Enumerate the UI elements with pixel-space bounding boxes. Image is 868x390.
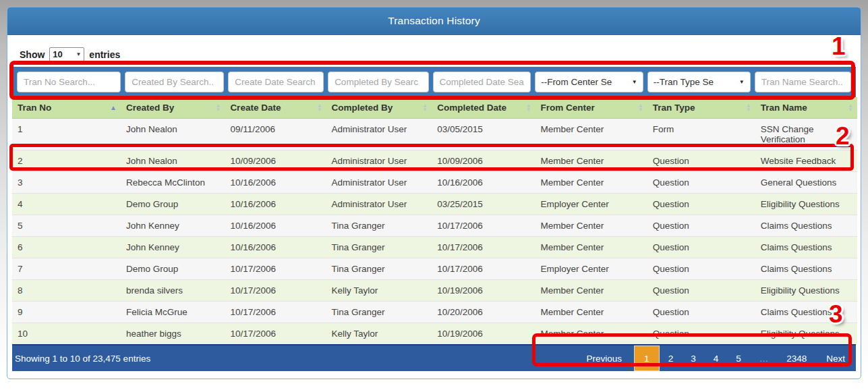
table-row[interactable]: 5John Kenney10/16/2006Tina Granger10/17/… (12, 215, 857, 237)
title-bar: Transaction History (7, 7, 861, 35)
tran-type-select-cell: --Tran Type Se▼ (645, 72, 753, 92)
column-label: Create Date (230, 103, 281, 113)
annotation-number-3: 3 (829, 302, 843, 327)
from-center-select[interactable]: --From Center Se▼ (535, 72, 643, 92)
transaction-table: Tran No▲Created By▲▼Create Date▲▼Complet… (12, 97, 857, 344)
cell: Demo Group (121, 258, 225, 280)
create-date-search-input-cell (226, 72, 326, 92)
column-header-completed-date[interactable]: Completed Date▲▼ (432, 97, 535, 119)
table-row[interactable]: 4Demo Group10/16/2006Administrator User0… (12, 194, 857, 215)
page-button-4[interactable]: 4 (705, 345, 728, 371)
created-by-search-input[interactable] (125, 72, 224, 92)
cell: Member Center (536, 172, 647, 194)
table-row[interactable]: 7Demo Group10/17/2006Tina Granger10/17/2… (12, 258, 857, 280)
cell: John Kenney (121, 237, 225, 258)
cell: Tina Granger (326, 258, 432, 280)
cell: 8 (12, 280, 121, 302)
page-button-3[interactable]: 3 (682, 345, 705, 371)
annotation-number-1: 1 (832, 34, 846, 59)
column-header-completed-by[interactable]: Completed By▲▼ (326, 97, 432, 119)
cell: 10/16/2006 (225, 237, 326, 258)
cell: 10/09/2006 (225, 150, 326, 172)
created-by-search-input-cell (123, 72, 226, 92)
cell: Administrator User (326, 150, 432, 172)
cell: 10/17/2006 (432, 237, 535, 258)
cell: 5 (12, 215, 121, 237)
page-title: Transaction History (388, 15, 480, 27)
table-row[interactable]: 1John Nealon09/11/2006Administrator User… (12, 119, 857, 150)
next-page-button[interactable]: Next (815, 345, 856, 371)
pagination-ellipsis: … (750, 345, 778, 371)
cell: Question (647, 258, 755, 280)
column-label: Completed By (332, 103, 393, 113)
sort-down-arrow: ▼ (848, 108, 853, 112)
column-label: Created By (126, 103, 174, 113)
cell: John Nealon (121, 119, 225, 150)
completed-by-search-input[interactable] (328, 72, 428, 92)
length-control: Show 10 ▼ entries (7, 35, 861, 67)
previous-page-button[interactable]: Previous (575, 345, 635, 371)
cell: John Nealon (121, 150, 225, 172)
cell: brenda silvers (121, 280, 225, 302)
cell: Question (647, 194, 755, 215)
cell: Question (647, 150, 755, 172)
cell: 10/17/2006 (432, 215, 535, 237)
column-header-created-by[interactable]: Created By▲▼ (121, 97, 225, 119)
create-date-search-input[interactable] (228, 72, 324, 92)
cell: 9 (12, 302, 121, 323)
cell: 2 (12, 150, 121, 172)
page-button-2[interactable]: 2 (660, 345, 683, 371)
sort-icon: ▲▼ (848, 104, 853, 112)
cell: Claims Questions (755, 258, 857, 280)
completed-by-search-input-cell (326, 72, 430, 92)
tran-name-search-input[interactable] (755, 72, 851, 92)
cell: Employer Center (536, 194, 647, 215)
cell: Member Center (536, 302, 647, 323)
cell: Question (647, 172, 755, 194)
cell: Rebecca McClinton (121, 172, 225, 194)
sort-icon: ▲▼ (422, 104, 428, 112)
page-button-5[interactable]: 5 (727, 345, 750, 371)
cell: 10 (12, 323, 121, 345)
cell: John Kenney (121, 215, 225, 237)
table-row[interactable]: 8brenda silvers10/17/2006Kelly Taylor10/… (12, 280, 857, 302)
cell: Administrator User (326, 194, 432, 215)
tran-no-search-input-cell (15, 72, 123, 92)
entries-summary: Showing 1 to 10 of 23,475 entries (12, 354, 150, 364)
cell: Kelly Taylor (326, 323, 432, 345)
cell: 1 (12, 119, 121, 150)
cell: 10/16/2006 (225, 172, 326, 194)
column-header-create-date[interactable]: Create Date▲▼ (225, 97, 326, 119)
cell: 7 (12, 258, 121, 280)
cell: 10/16/2006 (432, 172, 535, 194)
table-row[interactable]: 10heather biggs10/17/2006Kelly Taylor10/… (12, 323, 857, 345)
sort-ascending-icon: ▲ (110, 105, 117, 111)
page-button-2348[interactable]: 2348 (778, 345, 815, 371)
cell: 10/17/2006 (225, 323, 326, 345)
cell: Member Center (536, 119, 647, 150)
cell: Administrator User (326, 119, 432, 150)
cell: 03/25/2015 (432, 194, 535, 215)
page-button-1[interactable]: 1 (634, 345, 660, 371)
column-header-from-center[interactable]: From Center▲▼ (536, 97, 647, 119)
cell: Website Feedback (755, 150, 857, 172)
column-header-tran-no[interactable]: Tran No▲ (12, 97, 121, 119)
table-row[interactable]: 9Felicia McGrue10/17/2006Tina Granger10/… (12, 302, 857, 323)
cell: 10/17/2006 (225, 280, 326, 302)
table-row[interactable]: 6John Kenney10/16/2006Tina Granger10/17/… (12, 237, 857, 258)
tran-type-select[interactable]: --Tran Type Se▼ (647, 72, 751, 92)
column-header-tran-name[interactable]: Tran Name▲▼ (755, 97, 857, 119)
tran-no-search-input[interactable] (17, 72, 121, 92)
cell: 10/19/2006 (432, 280, 535, 302)
show-entries-select[interactable]: 10 ▼ (49, 47, 84, 61)
cell: 10/19/2006 (432, 323, 535, 345)
table-row[interactable]: 3Rebecca McClinton10/16/2006Administrato… (12, 172, 857, 194)
sort-down-arrow: ▼ (422, 108, 428, 112)
completed-date-search-input[interactable] (433, 72, 531, 92)
table-row[interactable]: 2John Nealon10/09/2006Administrator User… (12, 150, 857, 172)
column-label: Tran No (18, 103, 51, 113)
column-header-tran-type[interactable]: Tran Type▲▼ (647, 97, 755, 119)
chevron-down-icon: ▼ (739, 79, 745, 85)
sort-down-arrow: ▼ (526, 108, 531, 112)
transaction-history-panel: Transaction History Show 10 ▼ entries --… (7, 7, 861, 379)
